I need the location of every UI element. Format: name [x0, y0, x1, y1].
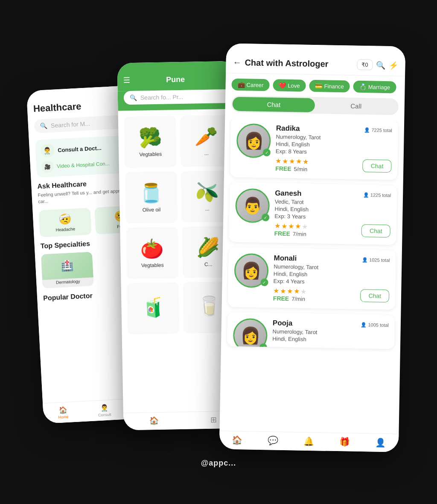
- nav3-gift[interactable]: 🎁: [339, 437, 350, 448]
- item-img-6: 🌽: [196, 236, 220, 259]
- home-icon-2: 🏠: [149, 416, 159, 425]
- cat-career-label: Career: [247, 82, 264, 88]
- search-placeholder-2: Search fo... Pr...: [140, 94, 184, 101]
- name-ganesh: Ganesh: [275, 189, 302, 198]
- profile-icon-3: 👤: [375, 437, 386, 448]
- star2: ★: [282, 157, 288, 165]
- price-free-radika: FREE 5/min: [275, 165, 309, 172]
- astro-card-pooja: 👩 ✓ Pooja 👤 1005 total Numerology, Tarot…: [227, 312, 395, 349]
- grid-icon-2: ⊞: [210, 415, 217, 425]
- cat-finance-label: Finance: [324, 83, 344, 90]
- nav3-chat[interactable]: 💬: [268, 435, 278, 446]
- nav-home-1[interactable]: 🏠 Home: [58, 406, 69, 419]
- back-arrow[interactable]: ←: [233, 58, 241, 67]
- stars-monali: ★ ★ ★ ★ ★: [273, 287, 306, 295]
- astro-card-monali: 👩 ✓ Monali 👤 1025 total Numerology, Taro…: [228, 247, 396, 310]
- header-left: ← Chat with Astrologer: [233, 58, 328, 69]
- chat-btn-ganesh[interactable]: Chat: [361, 224, 390, 237]
- astro-info-pooja: Pooja 👤 1005 total Numerology, Tarot Hin…: [272, 319, 389, 343]
- exp-radika: Exp: 8 Years: [276, 148, 392, 156]
- menu-icon[interactable]: ☰: [123, 76, 130, 85]
- exp-ganesh: Exp: 3 Years: [274, 213, 390, 221]
- cat-finance[interactable]: 💳 Finance: [309, 80, 350, 93]
- home-icon-1: 🏠: [58, 406, 67, 414]
- astro-list: 👩 ✓ Radika 👤 7225 total Numerology, Taro…: [221, 117, 405, 354]
- notify-icon-3: 🔔: [303, 436, 314, 446]
- name-radika: Radika: [276, 124, 300, 133]
- headache-label: Headache: [55, 226, 75, 232]
- video-label: Video & Hospital Con...: [57, 161, 110, 169]
- star1: ★: [275, 157, 281, 165]
- vegtables-label-2: Vegtables: [141, 262, 164, 269]
- headache-icon: 🤕: [58, 213, 71, 226]
- price-left-ganesh: ★ ★ ★ ★ ★ FREE 7/min: [274, 221, 308, 237]
- nav3-home[interactable]: 🏠: [232, 435, 242, 446]
- vegtables-label-1: Vegtables: [139, 151, 162, 158]
- total-radika: 👤 7225 total: [364, 127, 392, 133]
- nav3-profile[interactable]: 👤: [375, 437, 386, 448]
- verify-badge-radika: ✓: [263, 149, 271, 156]
- stars-radika: ★ ★ ★ ★ ★: [275, 157, 309, 165]
- chat-btn-radika[interactable]: Chat: [363, 159, 392, 173]
- price-free-monali: FREE 7/min: [273, 295, 306, 302]
- filter-icon[interactable]: ⚡: [389, 61, 398, 70]
- total-pooja: 👤 1005 total: [361, 322, 389, 328]
- name-row-pooja: Pooja 👤 1005 total: [273, 319, 389, 329]
- free-ganesh: FREE: [274, 230, 290, 237]
- vegtables-img-2: 🍅: [140, 237, 164, 260]
- search-bar-2[interactable]: 🔍 Search fo... Pr...: [124, 89, 232, 105]
- chat-btn-monali[interactable]: Chat: [360, 289, 389, 302]
- item-img-2: 🥕: [194, 125, 218, 148]
- price-left-radika: ★ ★ ★ ★ ★ FREE 5/min: [275, 156, 309, 172]
- name-row-radika: Radika 👤 7225 total: [276, 124, 392, 135]
- home-icon-3: 🏠: [232, 435, 242, 445]
- cat-love-label: Love: [288, 82, 300, 88]
- search-icon-1: 🔍: [40, 122, 48, 129]
- astro-title: Chat with Astrologer: [245, 58, 328, 69]
- phone-astrologer: ← Chat with Astrologer ₹0 🔍 ⚡ 💼 Career ❤…: [219, 43, 406, 452]
- search-icon-2: 🔍: [130, 94, 137, 101]
- condition-headache[interactable]: 🤕 Headache: [38, 208, 91, 237]
- name-row-ganesh: Ganesh 👤 1225 total: [275, 189, 391, 199]
- star4: ★: [296, 157, 302, 165]
- grid-item-7[interactable]: 🧃: [127, 282, 180, 334]
- nav2-home[interactable]: 🏠: [149, 416, 159, 426]
- total-ganesh: 👤 1225 total: [363, 192, 391, 198]
- price-row-monali: ★ ★ ★ ★ ★ FREE 7/min Chat: [273, 286, 390, 304]
- grocery-header: ☰ Pune: [117, 61, 237, 91]
- tab-bar: Chat Call: [231, 96, 399, 115]
- video-icon: 🎥: [41, 161, 53, 173]
- permin-radika: 5/min: [294, 166, 307, 173]
- name-pooja: Pooja: [273, 319, 293, 328]
- free-monali: FREE: [273, 295, 289, 302]
- cat-love[interactable]: ❤️ Love: [273, 79, 306, 91]
- search-placeholder-1: Search for M...: [51, 120, 90, 129]
- item-img-8: 🥛: [197, 295, 221, 317]
- grid-olive[interactable]: 🫙 Olive oil: [125, 171, 178, 223]
- verify-badge-monali: ✓: [260, 278, 268, 286]
- tab-call[interactable]: Call: [315, 98, 398, 114]
- nav3-notify[interactable]: 🔔: [303, 436, 314, 447]
- cat-marriage[interactable]: 💍 Marriage: [353, 81, 396, 94]
- specialty-dermatology[interactable]: 🏥 Dermatology: [41, 252, 94, 288]
- grid-vegtables-1[interactable]: 🥦 Vegtables: [124, 116, 177, 168]
- cat-career[interactable]: 💼 Career: [231, 79, 269, 91]
- consult-label: Consult a Doct...: [58, 144, 102, 153]
- grid-vegtables-2[interactable]: 🍅 Vegtables: [126, 227, 178, 279]
- specialty-img: 🏥: [41, 252, 93, 280]
- search-icon-3[interactable]: 🔍: [376, 60, 385, 70]
- love-icon: ❤️: [279, 82, 286, 89]
- price-row-ganesh: ★ ★ ★ ★ ★ FREE 7/min Chat: [274, 221, 390, 239]
- nav-consult-1[interactable]: 👨‍⚕️ Consult: [98, 404, 111, 418]
- free-radika: FREE: [275, 165, 291, 172]
- nav-consult-label-1: Consult: [98, 413, 111, 418]
- total-icon-ganesh: 👤: [363, 192, 369, 198]
- doctor-icon: 👨‍⚕️: [40, 144, 55, 158]
- nav2-grid[interactable]: ⊞: [210, 415, 217, 425]
- tab-chat[interactable]: Chat: [233, 97, 315, 112]
- item-label-2: ...: [204, 150, 209, 156]
- price-free-ganesh: FREE 7/min: [274, 230, 307, 237]
- astro-info-monali: Monali 👤 1025 total Numerology, Tarot Hi…: [273, 254, 390, 304]
- watermark: @appc...: [201, 459, 236, 468]
- total-icon-pooja: 👤: [361, 322, 367, 328]
